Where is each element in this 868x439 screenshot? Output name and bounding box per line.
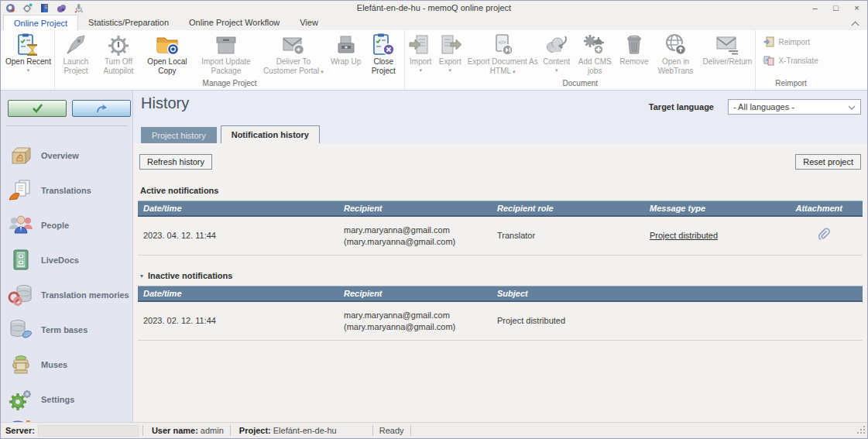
reset-project-button[interactable]: Reset project — [795, 154, 861, 170]
divider — [410, 425, 411, 436]
import-button[interactable]: Import ▾ — [406, 30, 435, 74]
tab-statistics-preparation[interactable]: Statistics/Preparation — [78, 15, 179, 30]
deliver-arrow-button[interactable] — [72, 100, 131, 117]
deliver-to-customer-portal-button[interactable]: Deliver To Customer Portal▾ — [259, 30, 328, 75]
add-cms-jobs-button[interactable]: Add CMS jobs — [572, 30, 617, 75]
active-notifications-table: Date/time Recipient Recipient role Messa… — [138, 201, 863, 256]
muses-icon — [8, 353, 34, 376]
inactive-notifications-table: Date/time Recipient Subject 2023. 02. 12… — [138, 286, 863, 341]
import-update-package-button[interactable]: Import Update Package — [194, 30, 259, 75]
server-label: Server: — [1, 426, 35, 435]
dictation-mic-icon[interactable] — [74, 3, 84, 13]
column-header-recipient[interactable]: Recipient — [338, 204, 492, 213]
table-header-row: Date/time Recipient Recipient role Messa… — [138, 201, 863, 217]
resize-grip[interactable] — [856, 425, 867, 436]
open-local-copy-button[interactable]: Open Local Copy — [141, 30, 194, 75]
column-header-attachment[interactable]: Attachment — [784, 204, 863, 213]
column-header-recipient-role[interactable]: Recipient role — [492, 204, 644, 213]
username-label: User name: — [147, 426, 198, 435]
active-notifications-title: Active notifications — [140, 186, 860, 195]
cell-recipient: mary.maryanna@gmail.com (mary.maryanna@g… — [338, 310, 492, 333]
tab-view[interactable]: View — [290, 15, 328, 30]
wrap-up-icon — [334, 33, 359, 57]
collapse-ribbon-icon[interactable] — [851, 21, 859, 27]
content-header: History Target language - All languages … — [133, 91, 867, 143]
ribbon-group-reimport: Reimport X-Translate Reimport — [756, 30, 825, 90]
open-recent-icon — [15, 33, 40, 57]
sidebar-item-people[interactable]: People — [1, 207, 132, 242]
column-header-message-type[interactable]: Message type — [644, 204, 784, 213]
content-button[interactable]: Content ▾ — [540, 30, 572, 74]
launch-project-icon — [63, 33, 88, 57]
chevron-down-icon — [848, 102, 856, 111]
launch-project-button[interactable]: Launch Project — [56, 30, 96, 75]
divider — [5, 125, 128, 126]
inactive-notifications-title: Inactive notifications — [148, 271, 232, 280]
column-header-recipient[interactable]: Recipient — [338, 289, 492, 298]
x-translate-button[interactable]: X-Translate — [756, 54, 825, 67]
dropdown-caret-icon: ▾ — [513, 69, 516, 74]
tab-notification-history[interactable]: Notification history — [221, 125, 320, 143]
tab-online-project[interactable]: Online Project — [3, 15, 78, 30]
dropdown-caret-icon: ▾ — [555, 67, 558, 74]
minimize-button[interactable]: – — [805, 2, 825, 15]
autopilot-gear-icon[interactable] — [22, 3, 33, 13]
maximize-button[interactable]: □ — [825, 2, 846, 15]
cell-recipient-role: Translator — [492, 230, 644, 242]
livedocs-icon — [8, 249, 34, 272]
target-language-select[interactable]: - All languages - — [728, 99, 861, 115]
sidebar-item-translations[interactable]: Translations — [1, 173, 132, 207]
open-recent-button[interactable]: Open Recent ▾ — [3, 30, 53, 74]
sidebar-item-term-bases[interactable]: Term bases — [1, 312, 132, 347]
wrap-up-button[interactable]: Wrap Up — [328, 30, 363, 67]
dropdown-caret-icon: ▾ — [448, 67, 451, 74]
statusbar: Server: User name: admin Project: Elefán… — [1, 422, 867, 438]
content-area: History Target language - All languages … — [133, 91, 867, 422]
remove-button[interactable]: Remove — [617, 30, 650, 67]
page-title: History — [141, 94, 189, 112]
resources-book-icon[interactable] — [39, 3, 50, 13]
cell-attachment — [784, 228, 863, 245]
reimport-button[interactable]: Reimport — [756, 36, 817, 48]
open-in-webtrans-button[interactable]: Open in WebTrans — [651, 30, 701, 75]
notification-history-pane: Refresh history Reset project Active not… — [133, 143, 867, 422]
overview-icon — [8, 144, 34, 167]
history-tabs: Project history Notification history — [141, 125, 320, 143]
cell-datetime: 2023. 04. 12. 11:44 — [138, 230, 338, 242]
recipient-email: (mary.maryanna@gmail.com) — [344, 236, 492, 248]
cell-message-type: Project distributed — [644, 230, 784, 242]
import-icon — [408, 33, 433, 57]
window-controls: – □ × — [805, 2, 867, 15]
export-document-as-html-button[interactable]: </> Export Document As HTML▾ — [465, 30, 540, 75]
inactive-notifications-header[interactable]: ▾ Inactive notifications — [140, 271, 860, 280]
refresh-history-button[interactable]: Refresh history — [139, 154, 212, 170]
turn-off-autopilot-button[interactable]: Turn Off Autopilot — [96, 30, 141, 75]
tab-project-history[interactable]: Project history — [141, 127, 217, 143]
recipient-email: (mary.maryanna@gmail.com) — [344, 321, 492, 333]
collapse-triangle-icon[interactable]: ▾ — [140, 273, 143, 280]
message-type-link[interactable]: Project distributed — [650, 231, 718, 240]
open-local-copy-icon — [155, 33, 180, 57]
group-label-reimport: Reimport — [756, 78, 825, 90]
sidebar-item-muses[interactable]: Muses — [1, 347, 132, 382]
column-header-datetime[interactable]: Date/time — [138, 289, 338, 298]
sidebar-item-livedocs[interactable]: LiveDocs — [1, 242, 132, 277]
sidebar: Overview Translations People LiveDocs Tr… — [1, 91, 133, 422]
status-ready: Ready — [377, 426, 407, 435]
column-header-datetime[interactable]: Date/time — [138, 204, 338, 213]
sidebar-item-settings[interactable]: Settings — [1, 382, 132, 417]
column-header-subject[interactable]: Subject — [492, 289, 863, 298]
close-button[interactable]: × — [846, 2, 867, 15]
paperclip-icon[interactable] — [816, 228, 830, 245]
accept-button[interactable] — [8, 100, 67, 117]
memoq-logo-icon[interactable] — [5, 3, 15, 13]
server-gear-icon[interactable] — [57, 3, 67, 13]
settings-gear-icon — [8, 388, 34, 411]
close-project-button[interactable]: Close Project — [363, 30, 403, 75]
sidebar-item-translation-memories[interactable]: Translation memories — [1, 277, 132, 312]
sidebar-item-overview[interactable]: Overview — [1, 138, 132, 173]
username-value: admin — [198, 426, 226, 435]
tab-online-project-workflow[interactable]: Online Project Workflow — [179, 15, 290, 30]
deliver-return-button[interactable]: Deliver/Return — [701, 30, 755, 67]
export-button[interactable]: Export ▾ — [435, 30, 465, 74]
